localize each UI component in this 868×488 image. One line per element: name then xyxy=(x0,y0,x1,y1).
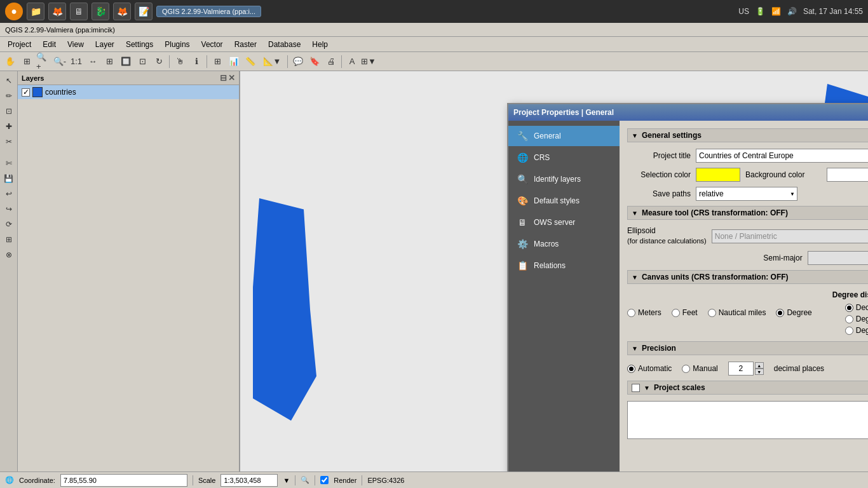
lt-save-btn[interactable]: 💾 xyxy=(2,172,16,186)
sidebar-item-general[interactable]: 🔧 General xyxy=(508,126,620,146)
lt-fill-btn[interactable]: ⊗ xyxy=(2,248,16,262)
menu-project[interactable]: Project xyxy=(3,39,36,50)
precision-manual-label[interactable]: Manual xyxy=(693,364,717,373)
save-paths-select[interactable]: relative absolute xyxy=(696,187,797,201)
bookmark-btn[interactable]: 🔖 xyxy=(307,54,322,69)
semi-major-input[interactable] xyxy=(808,251,868,265)
zoom-out-btn[interactable]: 🔍- xyxy=(52,54,67,69)
open-table-btn[interactable]: ⊞ xyxy=(210,54,225,69)
menu-view[interactable]: View xyxy=(62,39,89,50)
project-title-input[interactable] xyxy=(696,149,868,163)
refresh-btn[interactable]: ↻ xyxy=(151,54,166,69)
ellipsoid-input[interactable] xyxy=(712,229,868,243)
project-scales-checkbox[interactable] xyxy=(632,384,640,392)
layers-header-close[interactable]: ✕ xyxy=(228,73,235,83)
canvas-units-collapse[interactable]: ▼ xyxy=(632,274,638,281)
pan-tool-btn[interactable]: ✋ xyxy=(3,54,18,69)
lt-redo-btn[interactable]: ↪ xyxy=(2,202,16,216)
menu-raster[interactable]: Raster xyxy=(229,39,262,50)
measure-btn[interactable]: 📏 xyxy=(243,54,258,69)
sidebar-item-identify-layers[interactable]: 🔍 Identify layers xyxy=(508,169,620,189)
scale-dropdown-arrow[interactable]: ▼ xyxy=(283,477,290,484)
decimal-degrees-label[interactable]: Decimal degrees xyxy=(856,303,868,312)
units-meters-radio[interactable] xyxy=(627,309,635,317)
lt-cut-btn[interactable]: ✄ xyxy=(2,156,16,170)
deg-min-sec-label[interactable]: Degrees, Minutes, Seconds xyxy=(856,326,868,335)
select-btn[interactable]: ⊞ xyxy=(19,54,34,69)
layers-header-minus[interactable]: ⊟ xyxy=(220,73,227,83)
lt-undo-btn[interactable]: ↩ xyxy=(2,187,16,201)
info-btn[interactable]: ℹ xyxy=(189,54,204,69)
spin-up-btn[interactable]: ▲ xyxy=(755,362,764,369)
tip-btn[interactable]: 💬 xyxy=(290,54,306,69)
pan-map-btn[interactable]: ↔ xyxy=(85,54,100,69)
decimal-value-input[interactable] xyxy=(728,362,754,376)
taskbar-files-btn[interactable]: 📁 xyxy=(27,3,44,20)
measure-tool-collapse[interactable]: ▼ xyxy=(632,210,638,217)
zoom-layer-btn[interactable]: 🔲 xyxy=(118,54,133,69)
zoom-native-btn[interactable]: 1:1 xyxy=(69,54,84,69)
text-btn[interactable]: A xyxy=(344,54,360,69)
sidebar-item-crs[interactable]: 🌐 CRS xyxy=(508,147,620,168)
precision-auto-radio[interactable] xyxy=(627,365,635,373)
units-degree-label[interactable]: Degree xyxy=(787,308,811,317)
taskbar-edit-btn[interactable]: 📝 xyxy=(135,3,153,20)
decimal-degrees-radio[interactable] xyxy=(845,304,853,312)
print-btn[interactable]: 🖨 xyxy=(323,54,339,69)
lt-edit-btn[interactable]: ✏ xyxy=(2,89,16,103)
lt-node-btn[interactable]: ⊡ xyxy=(2,104,16,118)
sidebar-item-default-styles[interactable]: 🎨 Default styles xyxy=(508,191,620,211)
deg-min-radio[interactable] xyxy=(845,315,853,323)
project-scales-textarea[interactable] xyxy=(627,401,868,439)
units-meters-label[interactable]: Meters xyxy=(638,308,661,317)
taskbar-firefox2-btn[interactable]: 🦊 xyxy=(113,3,131,20)
measure-area-btn[interactable]: 📐▼ xyxy=(259,54,285,69)
background-color-picker[interactable] xyxy=(827,168,868,182)
taskbar-osc-btn[interactable]: 🐉 xyxy=(92,3,109,20)
stat-btn[interactable]: 📊 xyxy=(226,54,241,69)
extra-btn[interactable]: ⊞▼ xyxy=(361,54,376,69)
general-settings-collapse[interactable]: ▼ xyxy=(632,132,638,139)
zoom-extent-btn[interactable]: ⊞ xyxy=(102,54,117,69)
menu-edit[interactable]: Edit xyxy=(37,39,61,50)
layer-visibility-checkbox[interactable]: ✓ xyxy=(22,88,30,97)
sidebar-item-relations[interactable]: 📋 Relations xyxy=(508,255,620,276)
menu-database[interactable]: Database xyxy=(263,39,306,50)
units-nautical-radio[interactable] xyxy=(708,309,716,317)
zoom-in-btn[interactable]: 🔍+ xyxy=(36,54,51,69)
os-logo[interactable]: ● xyxy=(5,3,23,20)
render-checkbox[interactable] xyxy=(320,476,329,484)
sidebar-item-ows-server[interactable]: 🖥 OWS server xyxy=(508,212,620,233)
project-scales-collapse[interactable]: ▼ xyxy=(644,384,650,391)
menu-vector[interactable]: Vector xyxy=(196,39,228,50)
taskbar-firefox-btn[interactable]: 🦊 xyxy=(48,3,66,20)
coordinate-input[interactable] xyxy=(60,474,187,487)
lt-move-btn[interactable]: ✚ xyxy=(2,119,16,133)
lt-scale-btn[interactable]: ⊞ xyxy=(2,233,16,247)
menu-plugins[interactable]: Plugins xyxy=(159,39,194,50)
identify-btn[interactable]: 🖱 xyxy=(172,54,187,69)
lt-rotate-btn[interactable]: ⟳ xyxy=(2,217,16,231)
zoom-selection-btn[interactable]: ⊡ xyxy=(135,54,150,69)
units-feet-radio[interactable] xyxy=(672,309,680,317)
deg-min-sec-radio[interactable] xyxy=(845,327,853,335)
precision-collapse[interactable]: ▼ xyxy=(632,345,638,352)
layer-item[interactable]: ✓ countries xyxy=(18,85,239,99)
menu-settings[interactable]: Settings xyxy=(121,39,158,50)
units-feet-label[interactable]: Feet xyxy=(682,308,698,317)
sidebar-item-macros[interactable]: ⚙️ Macros xyxy=(508,234,620,254)
taskbar-qgis-btn[interactable]: QGIS 2.2.99-Valmiera (ppa:i... xyxy=(156,6,261,17)
lt-select-btn[interactable]: ↖ xyxy=(2,74,16,88)
lt-del-btn[interactable]: ✂ xyxy=(2,135,16,149)
deg-min-label[interactable]: Degrees, Minutes xyxy=(856,315,868,323)
units-degree-radio[interactable] xyxy=(776,309,784,317)
precision-auto-label[interactable]: Automatic xyxy=(638,364,672,373)
units-nautical-label[interactable]: Nautical miles xyxy=(719,308,766,317)
scale-input[interactable] xyxy=(220,474,278,487)
menu-layer[interactable]: Layer xyxy=(90,39,119,50)
selection-color-picker[interactable] xyxy=(696,168,740,182)
precision-manual-radio[interactable] xyxy=(682,365,690,373)
taskbar-terminal-btn[interactable]: 🖥 xyxy=(70,3,88,20)
spin-down-btn[interactable]: ▼ xyxy=(755,369,764,375)
menu-help[interactable]: Help xyxy=(307,39,333,50)
